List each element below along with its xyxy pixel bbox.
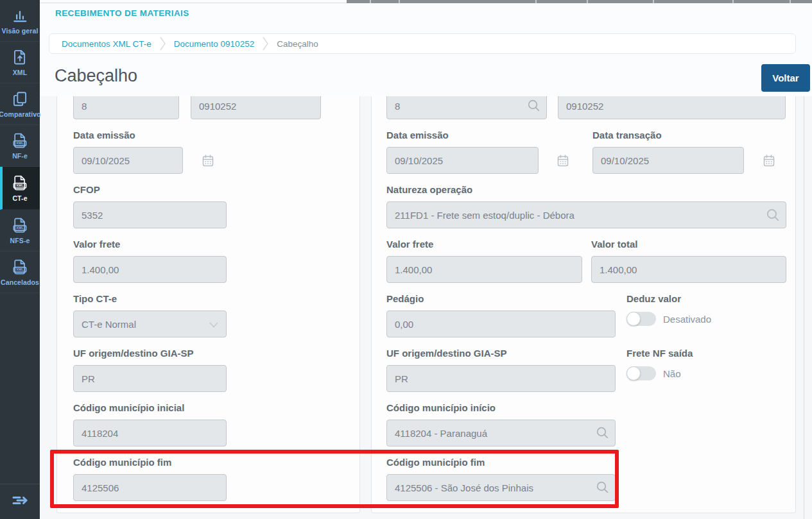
cod-mun-fim-input[interactable] xyxy=(386,474,616,501)
voltar-button[interactable]: Voltar xyxy=(761,64,810,92)
data-emissao-input[interactable] xyxy=(73,147,183,174)
scrollbar-track[interactable] xyxy=(804,96,804,519)
uf-gia-input[interactable] xyxy=(73,365,227,392)
field-serie-sys xyxy=(386,96,547,119)
field-numero-xml xyxy=(191,96,321,119)
field-label: Tipo CT-e xyxy=(73,293,227,305)
sidebar-item-label: NFS-e xyxy=(10,237,30,244)
field-valor-frete-sys: Valor frete xyxy=(386,239,582,283)
sidebar-item-comparativo[interactable]: Comparativo xyxy=(0,83,40,125)
svg-text:XML: XML xyxy=(16,141,24,145)
breadcrumb-current: Cabeçalho xyxy=(277,39,318,49)
uf-gia-input[interactable] xyxy=(386,365,616,392)
sidebar: Visão geral XML Comparativo XML xyxy=(0,0,40,519)
field-cod-mun-fim-xml: Código município fim xyxy=(73,457,227,501)
field-label: Valor total xyxy=(591,239,786,250)
field-label: Pedágio xyxy=(386,293,616,305)
panel-system-values: Data emissão Data transação xyxy=(371,96,796,513)
breadcrumb-link-documento[interactable]: Documento 0910252 xyxy=(174,39,254,49)
field-cod-mun-inicial-xml: Código município inicial xyxy=(73,402,227,447)
field-label: Valor frete xyxy=(386,239,582,250)
field-label: UF origem/destino GIA-SP xyxy=(386,348,616,359)
expand-arrow-icon xyxy=(10,493,30,510)
serie-input[interactable] xyxy=(386,96,547,119)
browser-edge-strip-dark xyxy=(347,0,812,3)
row-valores: Valor frete Valor total xyxy=(386,239,795,283)
field-label: Código município inicial xyxy=(73,402,227,414)
xml-file-icon: XML xyxy=(12,217,28,234)
field-valor-frete-xml: Valor frete xyxy=(73,239,227,283)
field-label: Valor frete xyxy=(73,239,227,250)
sidebar-item-nfe[interactable]: XML NF-e xyxy=(0,125,40,167)
sidebar-item-xml[interactable]: XML xyxy=(0,42,40,83)
data-transacao-input[interactable] xyxy=(592,147,744,174)
numero-input[interactable] xyxy=(558,96,786,119)
chevron-right-icon xyxy=(263,36,268,51)
sidebar-item-cte[interactable]: XML CT-e xyxy=(0,167,40,210)
field-label: Código município fim xyxy=(386,457,616,468)
xml-file-icon: XML xyxy=(12,174,28,191)
toggle-state-label: Não xyxy=(663,368,681,379)
frete-nf-saida-toggle[interactable] xyxy=(626,366,656,380)
copy-icon xyxy=(12,90,28,107)
data-emissao-input[interactable] xyxy=(386,147,539,174)
sidebar-item-label: NF-e xyxy=(12,152,28,160)
field-natureza-operacao: Natureza operação xyxy=(386,184,786,228)
breadcrumb: Documentos XML CT-e Documento 0910252 Ca… xyxy=(49,33,796,54)
deduz-valor-toggle[interactable] xyxy=(626,312,656,326)
tipo-cte-value: CT-e Normal xyxy=(82,319,136,330)
cfop-input[interactable] xyxy=(73,201,227,228)
calendar-icon[interactable] xyxy=(763,154,775,167)
sidebar-item-label: Comparativo xyxy=(0,110,41,118)
chevron-down-icon xyxy=(209,319,218,330)
svg-text:XML: XML xyxy=(16,226,24,230)
bar-chart-icon xyxy=(12,7,28,24)
pedagio-input[interactable] xyxy=(386,311,616,337)
field-tipo-cte: Tipo CT-e CT-e Normal xyxy=(73,293,227,337)
natureza-operacao-input[interactable] xyxy=(386,201,786,228)
valor-frete-input[interactable] xyxy=(386,256,582,283)
sidebar-item-nfse[interactable]: XML NFS-e xyxy=(0,210,40,251)
cod-mun-inicio-input[interactable] xyxy=(386,420,616,447)
browser-edge-strip xyxy=(40,0,347,3)
field-cod-mun-fim-sys: Código município fim xyxy=(386,457,616,501)
search-icon[interactable] xyxy=(527,99,540,115)
cod-mun-fim-input[interactable] xyxy=(73,474,227,501)
field-pedagio: Pedágio xyxy=(386,293,616,337)
search-icon[interactable] xyxy=(766,208,780,225)
field-uf-gia-xml: UF origem/destino GIA-SP xyxy=(73,348,227,392)
field-valor-total: Valor total xyxy=(591,239,786,283)
field-label: CFOP xyxy=(73,184,227,196)
field-cod-mun-inicio-sys: Código município início xyxy=(386,402,616,447)
search-icon[interactable] xyxy=(596,481,609,497)
toggle-knob xyxy=(626,312,641,326)
valor-frete-input[interactable] xyxy=(73,256,227,283)
field-label: Data transação xyxy=(592,130,775,141)
calendar-icon[interactable] xyxy=(202,154,214,167)
field-cfop: CFOP xyxy=(73,184,227,228)
calendar-icon[interactable] xyxy=(557,154,569,167)
chevron-right-icon xyxy=(160,36,166,51)
field-label: Código município fim xyxy=(73,457,227,468)
field-uf-gia-sys: UF origem/destino GIA-SP xyxy=(386,348,616,392)
sidebar-expand-button[interactable] xyxy=(0,484,40,519)
sidebar-item-label: XML xyxy=(13,69,27,76)
breadcrumb-link-documentos-xml[interactable]: Documentos XML CT-e xyxy=(62,39,151,49)
svg-text:XML: XML xyxy=(16,183,24,187)
field-serie-xml xyxy=(73,96,179,119)
cod-mun-inicial-input[interactable] xyxy=(73,420,227,447)
numero-input[interactable] xyxy=(191,96,321,119)
field-frete-nf-saida: Frete NF saída Não xyxy=(626,348,693,380)
sidebar-item-visao-geral[interactable]: Visão geral xyxy=(0,0,40,42)
serie-input[interactable] xyxy=(73,96,179,119)
field-label: Data emissão xyxy=(386,130,569,141)
valor-total-input[interactable] xyxy=(591,256,786,283)
field-label: Natureza operação xyxy=(386,184,786,196)
field-data-emissao-sys: Data emissão xyxy=(386,130,569,174)
sidebar-item-cancelados[interactable]: XML Cancelados xyxy=(0,251,40,293)
tipo-cte-select[interactable]: CT-e Normal xyxy=(73,311,227,337)
toggle-knob xyxy=(626,366,641,380)
field-deduz-valor: Deduz valor Desativado xyxy=(626,293,711,326)
field-data-emissao-xml: Data emissão xyxy=(73,130,359,174)
search-icon[interactable] xyxy=(596,426,609,442)
